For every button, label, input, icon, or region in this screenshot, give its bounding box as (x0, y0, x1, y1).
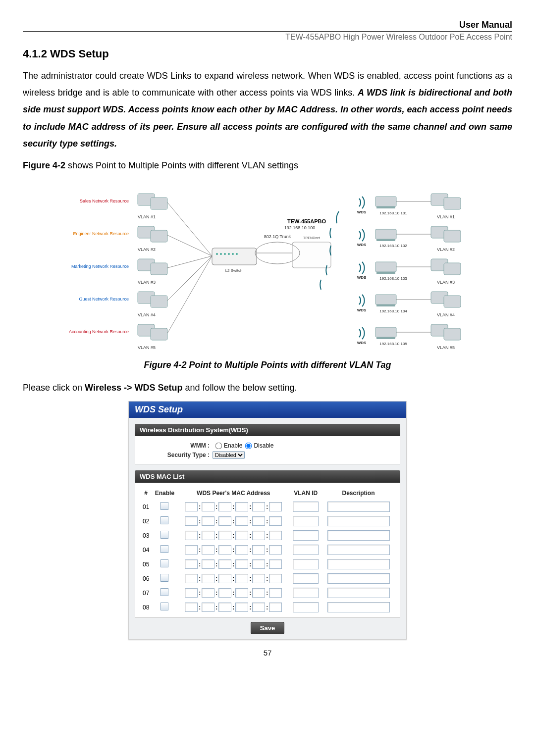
description-input[interactable] (327, 559, 390, 569)
mac-octet-input[interactable] (252, 531, 265, 540)
mac-octet-input[interactable] (252, 574, 265, 583)
mac-octet-input[interactable] (235, 588, 248, 598)
enable-checkbox[interactable] (160, 574, 168, 582)
page-number: 57 (23, 649, 512, 657)
mac-octet-input[interactable] (202, 531, 214, 540)
mac-octet-input[interactable] (202, 588, 214, 598)
enable-checkbox[interactable] (160, 516, 168, 524)
description-input[interactable] (327, 545, 390, 555)
mac-octet-input[interactable] (185, 559, 198, 569)
mac-octet-input[interactable] (269, 531, 282, 540)
mac-octet-input[interactable] (185, 588, 198, 598)
mac-octet-input[interactable] (218, 545, 231, 554)
enable-checkbox[interactable] (160, 559, 168, 567)
mac-octet-input[interactable] (269, 559, 282, 569)
mac-octet-input[interactable] (269, 502, 282, 511)
svg-text:192.168.10.101: 192.168.10.101 (379, 211, 407, 215)
mac-octet-input[interactable] (185, 574, 198, 583)
mac-octet-input[interactable] (218, 603, 231, 612)
description-input[interactable] (327, 516, 390, 526)
mac-octet-input[interactable] (269, 574, 282, 583)
mac-octet-input[interactable] (269, 588, 282, 598)
mac-octet-input[interactable] (218, 559, 231, 569)
mac-octet-input[interactable] (218, 502, 231, 511)
svg-rect-44 (375, 229, 396, 239)
mac-octet-input[interactable] (235, 574, 248, 583)
vlan-id-input[interactable] (293, 602, 319, 612)
table-row: 07 ::::: (140, 586, 395, 600)
mac-octet-input[interactable] (252, 516, 265, 526)
nav-post: and follow the below setting. (182, 383, 297, 393)
mac-octet-input[interactable] (185, 603, 198, 612)
enable-checkbox[interactable] (160, 603, 168, 610)
mac-octet-input[interactable] (218, 588, 231, 598)
mac-octet-input[interactable] (235, 502, 248, 511)
svg-point-24 (228, 253, 230, 255)
mac-octet-input[interactable] (202, 516, 214, 526)
enable-checkbox[interactable] (160, 588, 168, 596)
svg-text:192.168.10.103: 192.168.10.103 (379, 276, 407, 281)
save-button[interactable]: Save (251, 622, 284, 634)
description-input[interactable] (327, 573, 390, 584)
mac-octet-input[interactable] (218, 531, 231, 540)
svg-line-76 (167, 235, 212, 256)
description-input[interactable] (327, 502, 390, 512)
mac-octet-input[interactable] (252, 603, 265, 612)
mac-octet-input[interactable] (235, 545, 248, 554)
vlan-id-input[interactable] (293, 530, 319, 541)
mac-octet-input[interactable] (269, 603, 282, 612)
network-diagram: Sales Network Resource VLAN #1 Engineer … (30, 179, 505, 357)
mac-octet-input[interactable] (185, 502, 198, 511)
vlan-id-input[interactable] (293, 545, 319, 555)
vlan-id-input[interactable] (293, 516, 319, 526)
table-row: 01 ::::: (140, 500, 395, 514)
svg-line-78 (167, 256, 212, 301)
mac-octet-input[interactable] (218, 574, 231, 583)
vlan-id-input[interactable] (293, 559, 319, 569)
svg-text:VLAN #4: VLAN #4 (437, 312, 455, 317)
mac-octet-input[interactable] (235, 559, 248, 569)
col-mac: WDS Peer's MAC Address (177, 487, 289, 500)
enable-checkbox[interactable] (160, 502, 168, 510)
mac-octet-input[interactable] (235, 603, 248, 612)
mac-octet-input[interactable] (185, 545, 198, 554)
mac-octet-input[interactable] (235, 531, 248, 540)
description-input[interactable] (327, 588, 390, 598)
svg-text:VLAN #2: VLAN #2 (138, 247, 156, 252)
svg-rect-61 (376, 304, 395, 306)
mac-octet-input[interactable] (269, 545, 282, 554)
enable-checkbox[interactable] (160, 531, 168, 539)
mac-octet-input[interactable] (269, 516, 282, 526)
mac-octet-input[interactable] (202, 603, 214, 612)
security-type-select[interactable]: Disabled (213, 451, 245, 459)
mac-octet-input[interactable] (252, 588, 265, 598)
figure-ref-rest: shows Point to Multiple Points with diff… (65, 160, 298, 170)
mac-octet-input[interactable] (202, 574, 214, 583)
svg-rect-64 (444, 296, 461, 307)
security-type-label: Security Type : (140, 452, 213, 458)
mac-octet-input[interactable] (218, 516, 231, 526)
vlan-id-input[interactable] (293, 573, 319, 584)
mac-octet-input[interactable] (185, 531, 198, 540)
mac-octet-input[interactable] (252, 559, 265, 569)
enable-checkbox[interactable] (160, 545, 168, 553)
wds-mac-table: # Enable WDS Peer's MAC Address VLAN ID … (140, 487, 395, 614)
svg-text:WDS: WDS (357, 341, 367, 345)
row-num: 03 (140, 528, 152, 543)
mac-octet-input[interactable] (202, 559, 214, 569)
svg-point-22 (220, 253, 222, 255)
mac-octet-input[interactable] (202, 545, 214, 554)
description-input[interactable] (327, 602, 390, 612)
vlan-id-input[interactable] (293, 502, 319, 512)
vlan-id-input[interactable] (293, 588, 319, 598)
wmm-disable-radio[interactable] (245, 442, 252, 449)
header-right: User Manual (23, 20, 512, 32)
description-input[interactable] (327, 530, 390, 541)
mac-octet-input[interactable] (202, 502, 214, 511)
wmm-enable-radio[interactable] (215, 442, 222, 449)
mac-octet-input[interactable] (185, 516, 198, 526)
mac-octet-input[interactable] (252, 545, 265, 554)
mac-octet-input[interactable] (252, 502, 265, 511)
mac-octet-input[interactable] (235, 516, 248, 526)
wds-title-bar: WDS Setup (129, 402, 406, 418)
